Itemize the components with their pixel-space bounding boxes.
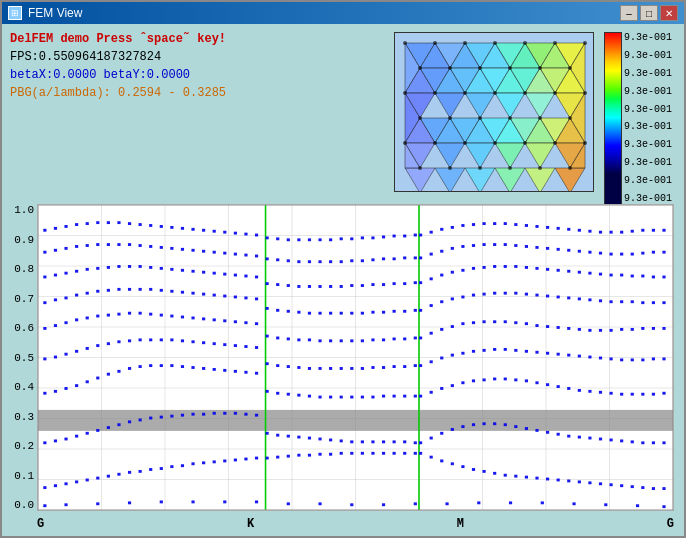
window-controls[interactable]: – □ ✕	[620, 5, 678, 21]
svg-rect-588	[483, 243, 486, 246]
svg-rect-460	[403, 310, 406, 313]
svg-rect-681	[509, 501, 512, 504]
window-title: FEM View	[28, 6, 82, 20]
svg-rect-633	[329, 238, 332, 241]
svg-rect-528	[483, 266, 486, 269]
svg-rect-275	[350, 396, 353, 399]
svg-rect-213	[329, 439, 332, 442]
svg-rect-661	[620, 231, 623, 234]
svg-point-95	[538, 166, 542, 170]
svg-rect-229	[493, 422, 496, 425]
svg-rect-132	[107, 475, 110, 478]
svg-rect-392	[318, 339, 321, 342]
svg-rect-338	[382, 366, 385, 369]
svg-rect-626	[255, 234, 258, 237]
svg-rect-321	[202, 341, 205, 344]
svg-rect-223	[430, 437, 433, 440]
svg-rect-562	[213, 251, 216, 254]
svg-rect-143	[223, 459, 226, 462]
svg-rect-625	[244, 233, 247, 236]
svg-rect-379	[181, 316, 184, 319]
svg-rect-192	[107, 426, 110, 429]
svg-point-66	[448, 66, 452, 70]
svg-rect-599	[599, 252, 602, 255]
svg-rect-668	[96, 502, 99, 505]
svg-rect-352	[525, 350, 528, 353]
svg-rect-511	[308, 285, 311, 288]
svg-rect-621	[202, 229, 205, 232]
info-title: DelFEM demo Press ˆspace˜ key!	[10, 30, 226, 48]
svg-rect-452	[318, 312, 321, 315]
svg-rect-389	[287, 337, 290, 340]
svg-rect-560	[191, 249, 194, 252]
svg-rect-146	[255, 457, 258, 460]
svg-rect-549	[75, 245, 78, 248]
svg-rect-531	[514, 265, 517, 268]
y-axis: 1.0 0.9 0.8 0.7 0.6 0.5 0.4 0.3 0.2 0.1 …	[2, 204, 37, 511]
svg-rect-170	[504, 474, 507, 477]
svg-rect-670	[160, 500, 163, 503]
svg-rect-351	[514, 349, 517, 352]
svg-rect-302	[631, 393, 634, 396]
svg-rect-185	[662, 487, 665, 490]
svg-rect-451	[308, 312, 311, 315]
svg-rect-533	[535, 267, 538, 270]
svg-rect-215	[350, 440, 353, 443]
svg-rect-638	[382, 236, 385, 239]
svg-rect-226	[461, 425, 464, 428]
svg-rect-509	[287, 284, 290, 287]
svg-rect-431	[96, 290, 99, 293]
svg-rect-137	[160, 467, 163, 470]
svg-rect-264	[234, 370, 237, 373]
svg-rect-180	[610, 483, 613, 486]
svg-rect-494	[128, 265, 131, 268]
svg-rect-557	[160, 246, 163, 249]
svg-rect-655	[557, 227, 560, 230]
svg-point-75	[523, 91, 527, 95]
svg-rect-297	[578, 389, 581, 392]
color-bar	[604, 32, 622, 222]
svg-rect-364	[652, 358, 655, 361]
maximize-button[interactable]: □	[640, 5, 658, 21]
svg-rect-259	[181, 365, 184, 368]
svg-rect-140	[191, 462, 194, 465]
svg-rect-504	[234, 274, 237, 277]
svg-point-64	[583, 41, 587, 45]
svg-rect-342	[419, 364, 422, 367]
svg-rect-332	[318, 367, 321, 370]
svg-rect-502	[213, 272, 216, 275]
svg-rect-647	[472, 223, 475, 226]
svg-rect-217	[371, 440, 374, 443]
svg-rect-596	[567, 249, 570, 252]
svg-rect-171	[514, 475, 517, 478]
svg-rect-485	[662, 301, 665, 304]
svg-point-91	[418, 166, 422, 170]
svg-point-78	[418, 116, 422, 120]
svg-rect-202	[213, 412, 216, 415]
svg-rect-349	[493, 348, 496, 351]
svg-rect-526	[461, 269, 464, 272]
svg-rect-476	[567, 297, 570, 300]
svg-rect-208	[276, 434, 279, 437]
svg-rect-270	[297, 394, 300, 397]
minimize-button[interactable]: –	[620, 5, 638, 21]
svg-rect-230	[504, 423, 507, 426]
svg-rect-424	[652, 327, 655, 330]
svg-rect-212	[318, 438, 321, 441]
svg-rect-604	[652, 251, 655, 254]
svg-rect-381	[202, 317, 205, 320]
svg-rect-450	[297, 311, 300, 314]
svg-rect-369	[75, 318, 78, 321]
svg-rect-271	[308, 395, 311, 398]
info-panel: DelFEM demo Press ˆspace˜ key! FPS:0.550…	[10, 30, 226, 102]
svg-rect-195	[139, 419, 142, 422]
svg-rect-469	[493, 292, 496, 295]
x-label-m: M	[457, 517, 464, 531]
svg-rect-190	[86, 432, 89, 435]
svg-rect-214	[340, 439, 343, 442]
svg-rect-128	[64, 482, 67, 485]
svg-rect-228	[483, 422, 486, 425]
svg-rect-233	[535, 429, 538, 432]
close-button[interactable]: ✕	[660, 5, 678, 21]
svg-point-85	[433, 141, 437, 145]
